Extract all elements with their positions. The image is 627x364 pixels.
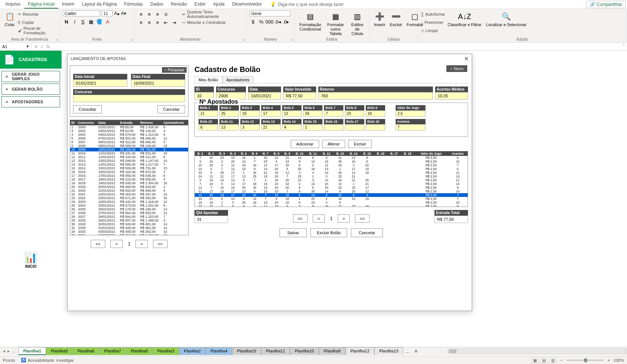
decrease-decimal-button[interactable]: .0▸ [282, 18, 290, 25]
cut-button[interactable]: ✂Recortar [18, 10, 56, 18]
name-box[interactable]: A1▾ [0, 43, 31, 50]
data-inicial-input[interactable] [73, 79, 127, 87]
sort-filter-button[interactable]: A↓ZClassificar e Filtrar [446, 10, 483, 28]
result-row[interactable]: 26202526/01/2021R$ 176,00R$ 190,0014 [70, 207, 188, 211]
fx-icon[interactable]: fx [46, 44, 50, 49]
sidebar-btn-apostadores[interactable]: >APOSTADORES [1, 96, 60, 107]
number-launcher-icon[interactable]: ↘ [291, 38, 294, 41]
sidebar-footer-label[interactable]: INICIO [25, 264, 37, 269]
prev-page-button[interactable]: < [110, 240, 122, 248]
result-row[interactable]: 34203303/02/2021R$ 405,00R$ 262,0013 [70, 230, 188, 233]
align-center-button[interactable]: ≡ [146, 19, 153, 26]
percent-button[interactable]: % [258, 18, 265, 25]
result-row[interactable]: 35203404/02/2021R$ 456,00R$ 1.396,0013 [70, 233, 188, 235]
result-row[interactable]: 25202425/01/2021R$ 573,00R$ 1.201,009 [70, 204, 188, 207]
result-row[interactable]: 20201920/01/2021R$ 465,00R$ 540,001 [70, 185, 188, 189]
result-row[interactable]: 16201516/01/2021R$ 164,00R$ 872,002 [70, 170, 188, 174]
bet-row[interactable]: 7102315161201221148311139R$ 2,506 [195, 156, 468, 160]
result-row[interactable]: 14201314/01/2021R$ 566,00R$ 1.217,007 [70, 163, 188, 166]
result-row[interactable]: 21202021/01/2021R$ 602,00R$ 959,005 [70, 189, 188, 192]
concurso-input[interactable] [73, 95, 185, 102]
sheet-tab-planilha12[interactable]: Planilha12 [346, 347, 374, 355]
menu-exibir[interactable]: Exibir [191, 0, 209, 9]
sheet-tab-planilha5[interactable]: Planilha5 [46, 347, 72, 355]
result-row[interactable]: 30202930/01/2021R$ 349,00R$ 681,0014 [70, 222, 188, 226]
format-table-button[interactable]: ▦Formatar como Tabela [324, 10, 347, 37]
result-row[interactable]: 12201112/01/2021R$ 244,00R$ 411,008 [70, 155, 188, 159]
tab-apostadores[interactable]: Apostadores [222, 76, 254, 83]
format-painter-button[interactable]: 🖌Pincel de Formatação [18, 27, 56, 34]
zoom-out-icon[interactable]: − [560, 358, 562, 363]
sheet-tab-planilha10[interactable]: Planilha10 [290, 347, 319, 355]
result-row[interactable]: 24202324/01/2021R$ 442,00R$ 1.216,0012 [70, 200, 188, 204]
menu-inserir[interactable]: Inserir [58, 0, 78, 9]
bet-row[interactable]: 127101925151324209620222317R$ 2,508 [195, 186, 468, 189]
increase-indent-button[interactable]: ⇥ [170, 19, 178, 26]
share-button[interactable]: 🔗 Compartilhar [586, 1, 626, 8]
add-sheet-icon[interactable]: ⊕ [411, 349, 421, 354]
italic-button[interactable]: I [71, 18, 78, 25]
bet-row[interactable]: 22925171242119123416201418R$ 2,5011 [195, 171, 468, 175]
sheet-tab-planilha1[interactable]: Planilha1 [18, 347, 46, 355]
sheet-nav-last-icon[interactable]: ▸ [7, 349, 10, 354]
result-row[interactable]: 15201415/01/2021R$ 509,00R$ 731,0013 [70, 166, 188, 170]
alterar-button[interactable]: Alterar [322, 140, 345, 148]
menu-arquivo[interactable]: Arquivo [1, 0, 24, 9]
font-name-select[interactable] [63, 10, 100, 16]
clipboard-launcher-icon[interactable]: ↘ [56, 38, 59, 41]
pesquisar-button[interactable]: ○Pesquisar [162, 67, 187, 73]
fill-color-button[interactable]: 🪣 [96, 18, 103, 25]
menu-fórmulas[interactable]: Fórmulas [121, 0, 147, 9]
tab-meu-bolao[interactable]: Meu Bolão [194, 76, 222, 83]
sheet-nav-first-icon[interactable]: ◂ [3, 349, 5, 354]
bets-prev-button[interactable]: < [313, 214, 325, 223]
result-row[interactable]: 17201617/01/2021R$ 556,00R$ 635,006 [70, 174, 188, 178]
align-middle-button[interactable]: ≡ [146, 10, 153, 18]
result-row[interactable]: 22202122/01/2021R$ 463,00R$ 267,0010 [70, 192, 188, 196]
menu-ajuda[interactable]: Ajuda [209, 0, 228, 9]
data-final-input[interactable] [131, 79, 185, 87]
result-row[interactable]: 9200809/01/2021R$ 305,00R$ 109,0013 [70, 144, 188, 148]
bet-row[interactable]: 1037122381420525161311718R$ 2,506 [195, 167, 468, 171]
bets-table[interactable]: B. 1B. 2B. 3B. 4B. 5B. 6B. 7B. 8B. 9B. 1… [194, 151, 468, 207]
wrap-text-button[interactable]: ↩Quebrar Texto Automaticamente [182, 10, 243, 18]
delete-cells-button[interactable]: ➖Excluir [389, 10, 404, 28]
menu-dados[interactable]: Dados [147, 0, 167, 9]
bola-input[interactable] [199, 110, 218, 117]
sheet-tab-planilha11[interactable]: Planilha11 [261, 347, 290, 355]
horizontal-scrollbar[interactable] [448, 349, 627, 354]
sheet-tab-planilha8[interactable]: Planilha8 [126, 347, 152, 355]
bet-row[interactable]: 5191013974242010314162125R$ 2,5011 [195, 178, 468, 182]
retorno-field[interactable] [318, 92, 433, 100]
clear-button[interactable]: ◇Limpar [421, 27, 444, 34]
result-row[interactable]: 4200304/01/2021R$ 579,00R$ 1.313,009 [70, 133, 188, 136]
bola-input[interactable] [303, 110, 322, 117]
chart-icon[interactable]: 📊 [24, 251, 37, 264]
bola-input[interactable] [303, 124, 322, 131]
results-table[interactable]: IDConcursoDataEntradaRetornoApostadores1… [70, 120, 188, 235]
acertos-input[interactable] [396, 124, 425, 131]
bola-input[interactable] [366, 110, 385, 117]
result-row[interactable]: 23202223/01/2021R$ 671,00R$ 832,0015 [70, 196, 188, 200]
menu-revisão[interactable]: Revisão [167, 0, 191, 9]
bet-row[interactable]: 10254121819141720621124322R$ 2,507 [195, 163, 468, 167]
merge-center-button[interactable]: ⇿Mesclar e Centralizar [182, 19, 243, 26]
increase-font-icon[interactable]: A▴ [114, 11, 119, 16]
font-launcher-icon[interactable]: ↘ [130, 38, 133, 41]
accept-formula-icon[interactable]: ✓ [40, 44, 44, 49]
cancelar-search-button[interactable]: Cancelar [157, 105, 185, 113]
bets-last-button[interactable]: >> [355, 214, 369, 223]
first-page-button[interactable]: << [91, 240, 105, 248]
result-row[interactable]: 5200607/01/2021R$ 581,00R$ 280,0011 [70, 136, 188, 140]
thousands-button[interactable]: 000 [266, 18, 273, 25]
bola-input[interactable] [282, 110, 302, 117]
consultar-button[interactable]: Consultar [73, 105, 102, 113]
result-row[interactable]: 28202728/01/2021R$ 564,00R$ 1.223,007 [70, 215, 188, 219]
insert-cells-button[interactable]: ➕Inserir [372, 10, 387, 28]
cell-styles-button[interactable]: ▥Estilos de Célula [349, 10, 366, 37]
data-field[interactable] [248, 92, 281, 100]
bola-input[interactable] [324, 110, 343, 117]
result-row[interactable]: 3200203/01/2021R$ 52,50R$ 149,004 [70, 129, 188, 133]
tell-me-search[interactable]: 💡 Diga-me o que você deseja fazer [270, 2, 344, 7]
zoom-level[interactable]: 100% [614, 358, 624, 363]
